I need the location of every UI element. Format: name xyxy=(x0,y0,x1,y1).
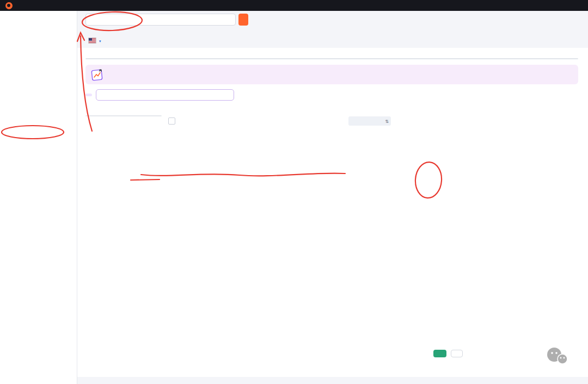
ai-tech-badge xyxy=(85,94,92,96)
wechat-icon xyxy=(546,346,569,366)
ai-domain-input-wrap xyxy=(96,89,234,101)
search-input[interactable] xyxy=(89,16,230,23)
search-row xyxy=(77,11,588,28)
meta-row: ▾ xyxy=(77,34,588,48)
semrush-flame-icon xyxy=(5,2,13,9)
growth-chart-icon xyxy=(91,68,105,81)
database-select[interactable]: ▾ xyxy=(99,38,101,44)
us-flag-icon xyxy=(88,38,96,44)
preset-cards xyxy=(85,58,578,59)
select-all-checkbox[interactable] xyxy=(168,117,175,125)
top-navigation-bar xyxy=(0,0,588,11)
trial-cta xyxy=(241,344,588,357)
main-content: ▾ xyxy=(77,11,588,384)
semrush-app: ▾ xyxy=(0,0,588,384)
ai-domain-input[interactable] xyxy=(103,91,230,98)
tool-panel: ⇅ xyxy=(77,48,588,377)
free-trial-button[interactable] xyxy=(433,350,446,357)
header-volume[interactable]: ⇅ xyxy=(348,116,391,126)
search-button[interactable] xyxy=(238,14,248,26)
results-area: ⇅ xyxy=(85,115,578,127)
keywords-table: ⇅ xyxy=(166,115,578,127)
ai-domain-row xyxy=(85,89,578,101)
keyword-groups-panel xyxy=(85,115,162,116)
ai-promo-banner xyxy=(85,65,578,84)
table-header: ⇅ xyxy=(166,115,578,127)
sort-desc-icon: ⇅ xyxy=(385,119,389,124)
search-box xyxy=(85,14,236,26)
watermark xyxy=(546,346,574,366)
semrush-logo[interactable] xyxy=(5,2,15,9)
breadcrumb xyxy=(77,28,588,31)
sidebar xyxy=(0,11,77,384)
view-plans-button[interactable] xyxy=(451,350,463,357)
